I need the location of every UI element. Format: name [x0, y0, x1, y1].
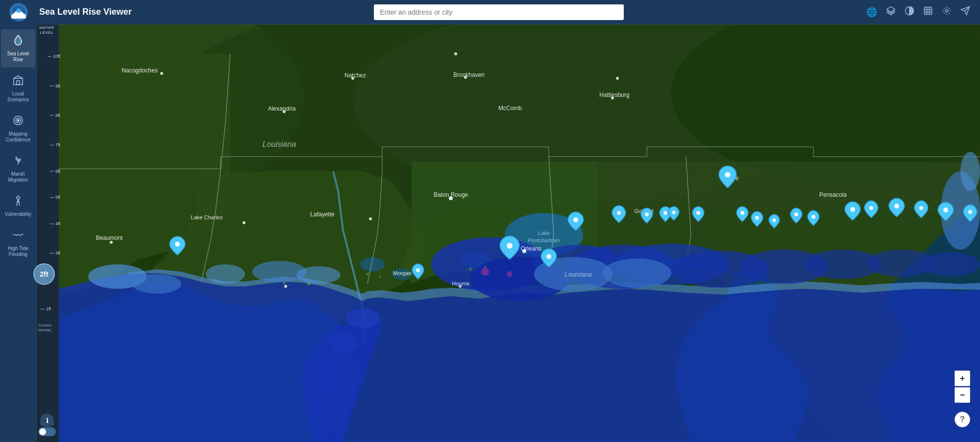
- svg-point-73: [243, 221, 245, 224]
- svg-point-74: [369, 217, 372, 220]
- layers-icon[interactable]: [886, 6, 896, 18]
- noaa-logo-icon[interactable]: [9, 3, 28, 22]
- svg-point-117: [175, 242, 180, 247]
- svg-point-51: [283, 281, 286, 284]
- sidebar-item-mapping-confidence[interactable]: Mapping Confidence: [1, 110, 35, 148]
- svg-point-66: [454, 52, 457, 55]
- help-button[interactable]: ?: [955, 412, 970, 427]
- water-level-title: WATERLEVEL: [39, 25, 54, 36]
- svg-point-116: [968, 210, 972, 214]
- svg-point-72: [284, 285, 287, 288]
- sidebar-item-local-scenarios[interactable]: Local Scenarios: [1, 70, 35, 108]
- current-mhhw-label: CurrentMHHW_: [38, 323, 53, 333]
- svg-text:Nacogdoches: Nacogdoches: [122, 67, 157, 74]
- svg-point-59: [481, 268, 489, 276]
- svg-point-49: [328, 332, 358, 353]
- location-share-icon[interactable]: [942, 6, 952, 18]
- svg-point-56: [379, 276, 381, 278]
- svg-point-111: [850, 207, 855, 212]
- svg-point-61: [160, 72, 163, 75]
- person-pin-icon: [12, 195, 24, 209]
- svg-text:Pontchartrain: Pontchartrain: [528, 237, 560, 243]
- sidebar-label-sea-level-rise: Sea Level Rise: [3, 51, 33, 63]
- zoom-in-button[interactable]: +: [955, 371, 970, 386]
- app-title: Sea Level Rise Viewer: [39, 7, 132, 17]
- search-input[interactable]: [374, 4, 624, 20]
- current-level-value: 2ft: [40, 270, 48, 278]
- map-svg: Nacogdoches Natchez Brookhaven Alexandri…: [59, 24, 980, 442]
- svg-point-100: [617, 211, 621, 215]
- building-icon: [12, 74, 24, 89]
- svg-text:Brookhaven: Brookhaven: [453, 71, 485, 78]
- map-container[interactable]: Nacogdoches Natchez Brookhaven Alexandri…: [59, 24, 980, 442]
- svg-text:Louisiana: Louisiana: [564, 271, 592, 278]
- svg-point-109: [794, 212, 798, 216]
- svg-point-30: [132, 274, 181, 294]
- table-icon[interactable]: [923, 6, 933, 18]
- svg-point-99: [573, 217, 578, 222]
- level-1ft-label: 1ft: [46, 306, 51, 311]
- svg-point-58: [484, 266, 486, 268]
- sidebar-item-sea-level-rise[interactable]: Sea Level Rise: [1, 29, 35, 68]
- svg-text:Hattiesburg: Hattiesburg: [599, 92, 629, 98]
- svg-text:Lake: Lake: [538, 230, 550, 236]
- svg-text:Pensacola: Pensacola: [819, 191, 847, 198]
- svg-point-115: [943, 208, 948, 212]
- svg-point-10: [946, 10, 948, 12]
- svg-point-2: [16, 8, 21, 13]
- share-arrow-icon[interactable]: [960, 6, 970, 18]
- svg-text:Lake Charles: Lake Charles: [191, 214, 223, 220]
- info-button[interactable]: ℹ: [40, 414, 54, 427]
- sidebar-item-high-tide-flooding[interactable]: High Tide Flooding: [1, 224, 35, 262]
- water-level-labels: WATERLEVEL 10ft 9ft 8ft 7ft 6ft 5ft 4ft …: [38, 24, 60, 352]
- target-icon: [12, 115, 24, 129]
- svg-point-52: [293, 279, 295, 281]
- svg-point-60: [507, 271, 513, 277]
- svg-point-17: [17, 119, 19, 121]
- svg-point-114: [919, 206, 923, 210]
- svg-point-112: [869, 206, 873, 210]
- waveform-icon: [12, 229, 24, 244]
- svg-point-31: [206, 264, 245, 284]
- units-toggle[interactable]: [38, 427, 56, 436]
- zoom-controls: + −: [955, 371, 970, 403]
- svg-point-102: [663, 211, 667, 215]
- logo-area: [0, 0, 37, 24]
- units-toggle-knob: [39, 428, 46, 435]
- zoom-out-button[interactable]: −: [955, 387, 970, 403]
- svg-point-50: [315, 360, 342, 394]
- svg-point-108: [773, 219, 776, 222]
- svg-point-104: [696, 211, 700, 215]
- svg-rect-14: [17, 81, 20, 85]
- svg-text:Houma: Houma: [452, 280, 469, 286]
- svg-text:Lafayette: Lafayette: [310, 211, 335, 218]
- svg-text:Baton Rouge: Baton Rouge: [434, 191, 468, 198]
- contrast-icon[interactable]: [905, 6, 914, 18]
- svg-point-118: [416, 268, 420, 272]
- svg-point-57: [469, 268, 472, 271]
- svg-text:McComb: McComb: [498, 105, 522, 112]
- sidebar-label-local-scenarios: Local Scenarios: [3, 91, 33, 103]
- water-drop-icon: [12, 34, 24, 49]
- svg-point-105: [725, 172, 731, 178]
- svg-point-40: [603, 258, 671, 288]
- svg-rect-5: [925, 7, 932, 15]
- svg-point-101: [645, 212, 649, 216]
- svg-point-48: [345, 308, 380, 328]
- svg-point-53: [307, 282, 310, 285]
- current-water-level-indicator[interactable]: 2ft: [33, 263, 55, 285]
- svg-point-107: [755, 216, 759, 220]
- svg-point-67: [616, 77, 619, 80]
- sidebar-item-vulnerability[interactable]: Vulnerability: [1, 190, 35, 222]
- svg-point-55: [366, 273, 369, 276]
- sidebar: Sea Level Rise Local Scenarios Mapping C…: [0, 24, 37, 442]
- svg-point-47: [960, 152, 980, 191]
- search-container: [132, 4, 866, 20]
- header: Sea Level Rise Viewer 🌐: [0, 0, 980, 24]
- plant-icon: [12, 155, 24, 169]
- svg-point-18: [17, 196, 20, 199]
- globe-icon[interactable]: 🌐: [866, 7, 877, 18]
- sidebar-item-marsh-migration[interactable]: Marsh Migration: [1, 150, 35, 188]
- sidebar-label-vulnerability: Vulnerability: [5, 211, 31, 217]
- svg-point-119: [546, 254, 551, 259]
